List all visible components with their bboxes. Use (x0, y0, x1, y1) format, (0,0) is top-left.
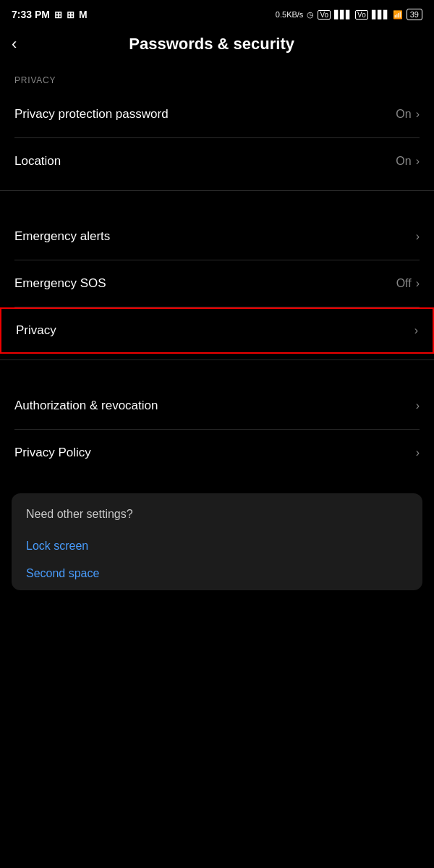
menu-item-label: Location (14, 154, 61, 169)
menu-item-right: On › (396, 155, 420, 168)
menu-item-privacy-protection-password[interactable]: Privacy protection password On › (0, 91, 434, 137)
section-divider-1 (0, 190, 434, 213)
privacy-section-label: PRIVACY (0, 65, 434, 91)
menu-item-authorization-revocation[interactable]: Authorization & revocation › (0, 383, 434, 429)
chevron-icon: › (416, 446, 420, 459)
status-right: 0.5KB/s ◷ Vo ▋▋▋ Vo ▋▋▋ 📶 39 (276, 9, 422, 20)
page-header: ‹ Passwords & security (0, 26, 434, 65)
menu-item-label: Emergency alerts (14, 229, 110, 244)
signal-icon1: ▋▋▋ (334, 10, 352, 20)
wifi-icon: 📶 (393, 10, 403, 20)
chevron-icon: › (416, 230, 420, 243)
suggestion-box: Need other settings? Lock screen Second … (12, 493, 422, 590)
time-display: 7:33 PM (12, 9, 50, 20)
battery-display: 39 (407, 9, 422, 20)
suggestion-title: Need other settings? (26, 508, 408, 521)
section-divider-2 (0, 359, 434, 383)
alarm-icon: ◷ (307, 10, 314, 20)
chevron-icon: › (414, 324, 418, 337)
menu-item-value: On (396, 108, 411, 121)
carrier-icon: M (79, 9, 88, 20)
menu-item-label: Privacy (16, 323, 56, 338)
menu-item-privacy-policy[interactable]: Privacy Policy › (0, 430, 434, 476)
menu-item-emergency-sos[interactable]: Emergency SOS Off › (0, 260, 434, 307)
menu-item-privacy[interactable]: Privacy › (0, 307, 434, 354)
menu-item-right: › (416, 399, 420, 412)
menu-item-right: Off › (396, 277, 420, 290)
chevron-icon: › (416, 155, 420, 168)
sim-icon2: ⊞ (67, 9, 75, 20)
menu-item-right: › (416, 446, 420, 459)
menu-item-right: › (412, 230, 420, 243)
volte-icon1: Vo (318, 10, 331, 20)
menu-item-label: Privacy protection password (14, 107, 169, 122)
chevron-icon: › (416, 399, 420, 412)
network-speed: 0.5KB/s (276, 10, 304, 19)
chevron-icon: › (416, 277, 420, 290)
menu-item-value: Off (396, 277, 412, 290)
volte-icon2: Vo (355, 10, 368, 20)
status-bar: 7:33 PM ⊞ ⊞ M 0.5KB/s ◷ Vo ▋▋▋ Vo ▋▋▋ 📶 … (0, 0, 434, 26)
status-left: 7:33 PM ⊞ ⊞ M (12, 9, 88, 20)
sim-icon1: ⊞ (54, 9, 62, 20)
page-title: Passwords & security (28, 35, 395, 54)
menu-item-value: On (396, 155, 411, 168)
menu-item-label: Emergency SOS (14, 276, 106, 291)
chevron-icon: › (416, 108, 420, 121)
signal-icon2: ▋▋▋ (372, 10, 389, 20)
menu-item-label: Authorization & revocation (14, 399, 158, 413)
back-button[interactable]: ‹ (12, 36, 17, 52)
second-space-link[interactable]: Second space (26, 560, 408, 587)
lock-screen-link[interactable]: Lock screen (26, 532, 408, 560)
menu-item-right: On › (396, 108, 420, 121)
menu-item-label: Privacy Policy (14, 446, 91, 460)
menu-item-location[interactable]: Location On › (0, 138, 434, 184)
menu-item-right: › (410, 324, 418, 337)
menu-item-emergency-alerts[interactable]: Emergency alerts › (0, 213, 434, 260)
